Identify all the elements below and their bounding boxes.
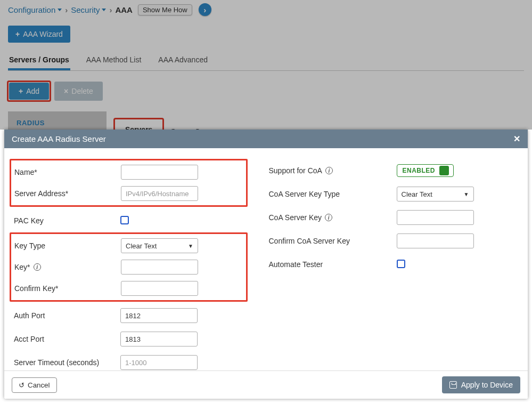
add-label: Add [26, 87, 39, 95]
modal-body: Name* Server Address* PAC Key Key Type [4, 148, 528, 370]
automate-tester-checkbox[interactable] [397, 260, 405, 268]
left-column: Name* Server Address* PAC Key Key Type [10, 159, 248, 370]
pac-key-label: PAC Key [14, 216, 120, 225]
breadcrumb-security-label: Security [71, 5, 100, 14]
key-type-select[interactable]: Clear Text ▼ [121, 238, 198, 253]
right-column: Support for CoA i ENABLED CoA Server Key… [269, 159, 523, 370]
tab-servers-groups[interactable]: Servers / Groups [8, 51, 70, 70]
top-tabs: Servers / Groups AAA Method List AAA Adv… [8, 51, 524, 71]
pac-key-checkbox[interactable] [120, 216, 129, 224]
coa-key-type-select[interactable]: Clear Text ▼ [397, 187, 474, 201]
info-icon[interactable]: i [325, 214, 332, 221]
key-label-text: Key* [14, 263, 30, 271]
create-radius-server-modal: Create AAA Radius Server ✕ Name* Server … [4, 130, 528, 399]
modal-footer: ↻ Cancel Apply to Device [4, 370, 528, 399]
info-icon[interactable]: i [34, 263, 41, 271]
toolbar: + Add × Delete [8, 82, 524, 101]
coa-key-text: CoA Server Key [269, 213, 322, 222]
caret-down-icon [58, 9, 62, 11]
apply-to-device-button[interactable]: Apply to Device [442, 376, 520, 393]
highlight-name-address: Name* Server Address* [10, 159, 248, 207]
server-address-label: Server Address* [14, 189, 121, 198]
chevron-down-icon: ▼ [188, 243, 193, 249]
info-icon[interactable]: i [325, 167, 333, 174]
confirm-key-label: Confirm Key* [14, 284, 121, 293]
server-address-input[interactable] [121, 186, 198, 201]
delete-label: Delete [71, 87, 93, 95]
breadcrumb: Configuration › Security › AAA Show Me H… [8, 0, 524, 21]
breadcrumb-configuration-label: Configuration [8, 5, 55, 14]
breadcrumb-configuration[interactable]: Configuration [8, 5, 62, 14]
key-input[interactable] [121, 260, 198, 275]
add-button[interactable]: + Add [9, 83, 49, 100]
breadcrumb-security[interactable]: Security [71, 5, 106, 14]
acct-port-input[interactable] [120, 332, 198, 346]
show-me-how-button[interactable]: Show Me How [138, 4, 192, 15]
modal-title: Create AAA Radius Server [12, 134, 106, 143]
aaa-wizard-button[interactable]: + AAA Wizard [8, 26, 70, 43]
plus-icon: + [19, 87, 23, 95]
aaa-wizard-label: AAA Wizard [23, 30, 63, 38]
apply-label: Apply to Device [461, 381, 513, 389]
tab-aaa-advanced[interactable]: AAA Advanced [157, 51, 209, 70]
server-timeout-input[interactable] [120, 355, 198, 370]
show-me-how-arrow-icon[interactable]: › [199, 3, 211, 16]
name-input[interactable] [121, 165, 198, 180]
delete-button[interactable]: × Delete [54, 82, 103, 101]
cancel-button[interactable]: ↻ Cancel [12, 377, 57, 393]
coa-server-key-input[interactable] [397, 210, 474, 225]
x-icon: × [64, 87, 68, 95]
key-type-value: Clear Text [126, 242, 157, 250]
tab-aaa-method-list[interactable]: AAA Method List [85, 51, 143, 70]
toggle-knob-icon [439, 166, 449, 175]
coa-key-type-value: Clear Text [402, 190, 432, 198]
breadcrumb-aaa: AAA [115, 5, 133, 14]
name-label: Name* [14, 168, 121, 176]
undo-icon: ↻ [19, 381, 24, 389]
modal-header: Create AAA Radius Server ✕ [4, 130, 528, 148]
confirm-coa-key-input[interactable] [397, 233, 474, 248]
chevron-right-icon: › [109, 5, 112, 14]
close-icon[interactable]: ✕ [513, 134, 520, 144]
support-coa-label: Support for CoA i [269, 166, 397, 175]
highlight-add: + Add [8, 82, 50, 101]
key-type-label: Key Type [14, 241, 121, 250]
key-label: Key* i [14, 263, 121, 271]
cancel-label: Cancel [28, 381, 50, 389]
chevron-right-icon: › [65, 5, 68, 14]
coa-key-type-label: CoA Server Key Type [269, 190, 397, 198]
automate-tester-label: Automate Tester [269, 260, 397, 269]
save-icon [449, 381, 457, 389]
caret-down-icon [102, 9, 106, 11]
coa-server-key-label: CoA Server Key i [269, 213, 397, 222]
support-coa-text: Support for CoA [269, 166, 322, 175]
auth-port-input[interactable] [120, 308, 198, 323]
acct-port-label: Acct Port [14, 335, 120, 343]
show-me-how-label: Show Me How [143, 6, 187, 14]
chevron-down-icon: ▼ [464, 191, 469, 197]
plus-icon: + [15, 30, 20, 38]
server-timeout-label: Server Timeout (seconds) [14, 358, 120, 367]
confirm-key-input[interactable] [121, 281, 198, 296]
highlight-key-group: Key Type Clear Text ▼ Key* i [10, 232, 248, 302]
support-coa-toggle[interactable]: ENABLED [397, 164, 454, 177]
toggle-label: ENABLED [403, 167, 436, 174]
confirm-coa-key-label: Confirm CoA Server Key [269, 237, 397, 245]
auth-port-label: Auth Port [14, 311, 120, 320]
